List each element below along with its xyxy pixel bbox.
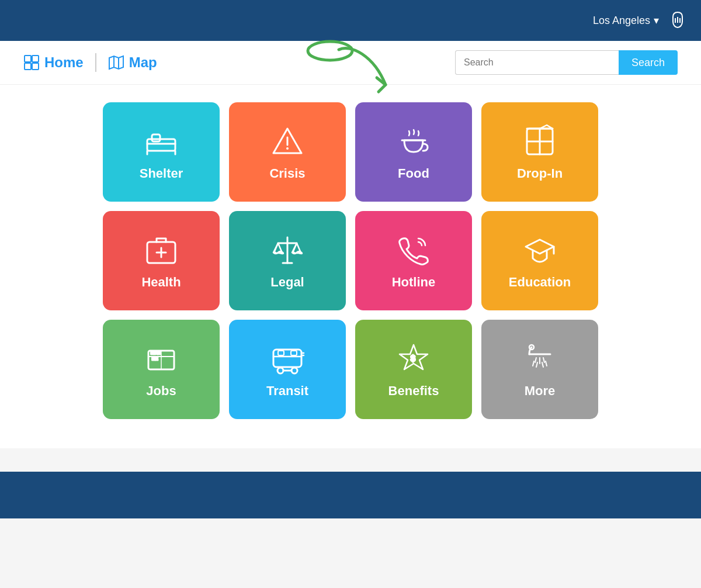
nav-links: Home Map [23, 53, 157, 72]
svg-line-51 [546, 361, 547, 366]
health-icon [143, 231, 180, 269]
more-label: More [525, 383, 556, 399]
shelter-icon [143, 123, 180, 160]
top-bar: Los Angeles ▾ [0, 0, 701, 41]
tile-dropin[interactable]: Drop-In [481, 102, 598, 202]
map-icon [108, 54, 124, 71]
food-label: Food [398, 166, 429, 181]
tile-shelter[interactable]: Shelter [103, 102, 220, 202]
health-label: Health [141, 275, 181, 290]
dropin-icon [521, 123, 558, 160]
svg-rect-40 [291, 351, 297, 355]
tile-education[interactable]: Education [481, 211, 598, 310]
search-input[interactable] [455, 50, 619, 75]
nav-divider [95, 53, 96, 72]
hotline-label: Hotline [392, 275, 436, 290]
shelter-label: Shelter [140, 166, 183, 181]
svg-line-50 [542, 362, 543, 367]
home-icon [23, 54, 40, 71]
top-bar-right: Los Angeles ▾ [593, 9, 689, 32]
svg-rect-39 [278, 351, 284, 355]
footer [0, 472, 701, 518]
svg-point-16 [286, 147, 289, 150]
svg-line-49 [536, 362, 537, 367]
search-area: Search [455, 50, 678, 75]
svg-line-45 [535, 358, 536, 362]
user-icon-wrap[interactable] [666, 9, 689, 32]
svg-text:ME: ME [152, 357, 158, 361]
transit-icon [269, 340, 306, 378]
more-icon [521, 340, 558, 378]
home-nav-link[interactable]: Home [23, 54, 84, 71]
transit-label: Transit [266, 383, 308, 399]
map-label: Map [129, 54, 157, 71]
legal-label: Legal [270, 275, 304, 290]
svg-text:HIRE: HIRE [151, 351, 161, 355]
dropin-label: Drop-In [517, 166, 563, 181]
tile-hotline[interactable]: Hotline [355, 211, 472, 310]
svg-rect-7 [32, 63, 39, 70]
location-selector[interactable]: Los Angeles ▾ [593, 14, 659, 27]
location-dropdown-arrow: ▾ [654, 14, 659, 27]
svg-line-48 [533, 361, 534, 366]
svg-line-47 [543, 358, 544, 362]
svg-text:$: $ [411, 354, 415, 363]
tile-legal[interactable]: Legal [229, 211, 346, 310]
search-button[interactable]: Search [619, 50, 678, 75]
crisis-label: Crisis [269, 166, 305, 181]
user-icon [667, 10, 688, 31]
map-nav-link[interactable]: Map [108, 54, 157, 71]
svg-rect-5 [32, 56, 39, 62]
education-icon [521, 231, 558, 269]
legal-icon [269, 231, 306, 269]
svg-rect-11 [152, 134, 160, 141]
tile-jobs[interactable]: HIRE ME Jobs [103, 320, 220, 419]
tile-transit[interactable]: Transit [229, 320, 346, 419]
tile-health[interactable]: Health [103, 211, 220, 310]
benefits-icon: $ [395, 340, 432, 378]
location-text: Los Angeles [593, 15, 650, 27]
tile-more[interactable]: More [481, 320, 598, 419]
svg-point-3 [308, 41, 352, 60]
jobs-icon: HIRE ME [143, 340, 180, 378]
hotline-icon [395, 231, 432, 269]
jobs-label: Jobs [146, 383, 176, 399]
svg-rect-4 [25, 56, 31, 62]
main-content: Shelter Crisis Food [0, 85, 701, 448]
home-label: Home [44, 54, 84, 71]
category-grid: Shelter Crisis Food [35, 102, 666, 419]
education-label: Education [509, 275, 571, 290]
benefits-label: Benefits [388, 383, 439, 399]
svg-rect-6 [25, 63, 31, 70]
tile-benefits[interactable]: $ Benefits [355, 320, 472, 419]
